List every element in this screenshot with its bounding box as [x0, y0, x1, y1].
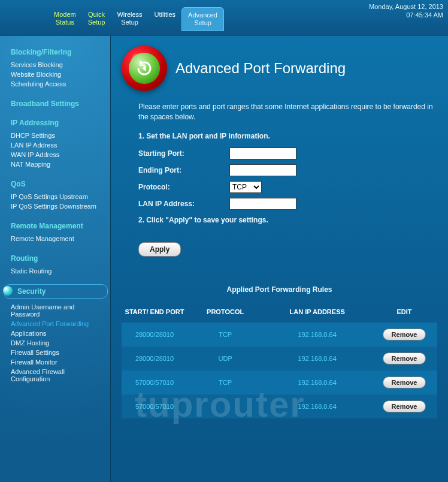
rules-table: START/ END PORT PROTOCOL LAN IP ADDRESS … [122, 305, 437, 418]
nav-advanced-setup[interactable]: Advanced Setup [181, 7, 224, 31]
page-title: Advanced Port Forwarding [175, 60, 346, 77]
sidebar-item-dhcp-settings[interactable]: DHCP Settings [11, 131, 104, 140]
table-row: 57000/57010 192.168.0.64 Remove [122, 394, 437, 418]
cell-port: 57000/57010 [122, 370, 187, 394]
table-row: 28000/28010 TCP 192.168.0.64 Remove [122, 323, 437, 347]
nav-label: Setup [88, 19, 105, 26]
security-orb-icon [3, 286, 13, 296]
sidebar-item-scheduling-access[interactable]: Scheduling Access [11, 79, 104, 89]
date-text: Monday, August 12, 2013 [369, 3, 443, 10]
cell-protocol [187, 394, 263, 418]
sidebar-item-applications[interactable]: Applications [11, 329, 104, 338]
rules-title: Applied Port Forwarding Rules [122, 285, 437, 294]
th-protocol: PROTOCOL [187, 305, 263, 323]
sidebar-item-advanced-port-forwarding[interactable]: Advanced Port Forwarding [11, 319, 104, 329]
row-ending-port: Ending Port: [138, 164, 437, 176]
th-edit: EDIT [371, 305, 437, 323]
datetime: Monday, August 12, 2013 07:45:34 AM [369, 2, 443, 20]
arrow-icon [135, 59, 153, 77]
page-icon [122, 46, 167, 91]
sidebar: Blocking/Filtering Services Blocking Web… [0, 36, 111, 482]
th-port: START/ END PORT [122, 305, 187, 323]
nav-label: Wireless [117, 11, 142, 18]
sidebar-item-lan-ip-address[interactable]: LAN IP Address [11, 140, 104, 150]
remove-button[interactable]: Remove [383, 376, 426, 388]
section-remote-management: Remote Management [11, 222, 104, 230]
intro-text: Please enter ports and port ranges that … [138, 102, 437, 122]
label-ending-port: Ending Port: [138, 166, 222, 174]
sidebar-item-wan-ip-address[interactable]: WAN IP Address [11, 150, 104, 159]
table-header-row: START/ END PORT PROTOCOL LAN IP ADDRESS … [122, 305, 437, 323]
remove-button[interactable]: Remove [383, 353, 426, 364]
section-routing: Routing [11, 254, 104, 263]
top-nav: Modem Status Quick Setup Wireless Setup … [0, 0, 448, 36]
table-row: 57000/57010 TCP 192.168.0.64 Remove [122, 370, 437, 394]
cell-protocol: UDP [187, 347, 263, 370]
sidebar-item-qos-downstream[interactable]: IP QoS Settings Downstream [11, 201, 104, 211]
cell-lanip: 192.168.0.64 [263, 347, 371, 370]
remove-button[interactable]: Remove [383, 400, 426, 412]
section-broadband-settings: Broadband Settings [11, 100, 104, 108]
section-ip-addressing: IP Addressing [11, 119, 104, 127]
sidebar-item-advanced-firewall-config[interactable]: Advanced Firewall Configuration [11, 367, 104, 384]
nav-label: Setup [121, 19, 138, 26]
select-protocol[interactable]: TCP [229, 181, 262, 193]
step1-text: 1. Set the LAN port and IP information. [138, 132, 437, 140]
sidebar-item-firewall-monitor[interactable]: Firewall Monitor [11, 357, 104, 367]
section-blocking-filtering: Blocking/Filtering [11, 48, 104, 56]
sidebar-item-nat-mapping[interactable]: NAT Mapping [11, 159, 104, 169]
cell-lanip: 192.168.0.64 [263, 370, 371, 394]
input-lan-ip[interactable] [229, 198, 296, 210]
nav-quick-setup[interactable]: Quick Setup [82, 11, 111, 26]
cell-port: 57000/57010 [122, 394, 187, 418]
nav-label: Modem [54, 11, 76, 18]
nav-wireless-setup[interactable]: Wireless Setup [111, 11, 148, 26]
input-starting-port[interactable] [229, 147, 296, 159]
section-security: Security [4, 284, 108, 299]
sidebar-item-static-routing[interactable]: Static Routing [11, 266, 104, 276]
sidebar-item-services-blocking[interactable]: Services Blocking [11, 60, 104, 70]
sidebar-item-admin-user-password[interactable]: Admin Username and Password [11, 302, 104, 319]
nav-label: Status [56, 19, 74, 26]
label-starting-port: Starting Port: [138, 149, 222, 158]
nav-modem-status[interactable]: Modem Status [48, 11, 82, 26]
nav-label: Setup [194, 19, 211, 26]
nav-label: Advanced [188, 11, 217, 19]
label-protocol: Protocol: [138, 183, 222, 191]
security-title: Security [17, 287, 46, 296]
cell-port: 28000/28010 [122, 323, 187, 347]
main-content: Advanced Port Forwarding Please enter po… [111, 36, 448, 482]
sidebar-item-firewall-settings[interactable]: Firewall Settings [11, 348, 104, 357]
row-protocol: Protocol: TCP [138, 181, 437, 193]
sidebar-item-remote-management[interactable]: Remote Management [11, 234, 104, 243]
sidebar-item-dmz-hosting[interactable]: DMZ Hosting [11, 338, 104, 348]
nav-label: Utilities [155, 11, 175, 18]
cell-protocol: TCP [187, 370, 263, 394]
section-qos: QoS [11, 180, 104, 188]
nav-label: Quick [88, 11, 105, 18]
apply-button[interactable]: Apply [138, 242, 181, 257]
sidebar-item-website-blocking[interactable]: Website Blocking [11, 70, 104, 79]
cell-lanip: 192.168.0.64 [263, 394, 371, 418]
page-header: Advanced Port Forwarding [122, 46, 437, 91]
step2-text: 2. Click "Apply" to save your settings. [138, 216, 437, 224]
table-row: 28000/28010 UDP 192.168.0.64 Remove [122, 347, 437, 370]
cell-protocol: TCP [187, 323, 263, 347]
remove-button[interactable]: Remove [383, 329, 426, 341]
cell-port: 28000/28010 [122, 347, 187, 370]
time-text: 07:45:34 AM [406, 11, 443, 19]
input-ending-port[interactable] [229, 164, 296, 176]
label-lan-ip: LAN IP Address: [138, 200, 222, 208]
row-starting-port: Starting Port: [138, 147, 437, 159]
th-lanip: LAN IP ADDRESS [263, 305, 371, 323]
sidebar-item-qos-upstream[interactable]: IP QoS Settings Upstream [11, 192, 104, 201]
row-lan-ip: LAN IP Address: [138, 198, 437, 210]
nav-utilities[interactable]: Utilities [149, 11, 181, 19]
cell-lanip: 192.168.0.64 [263, 323, 371, 347]
